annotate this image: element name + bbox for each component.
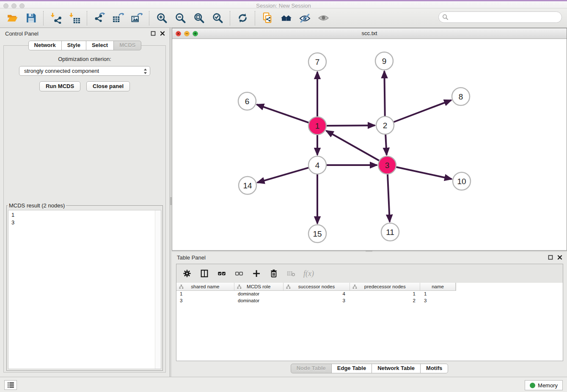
zoom-selected-icon[interactable]	[211, 12, 224, 25]
graph-node-8[interactable]: 8	[452, 88, 470, 105]
table-toolbar: f(x)	[176, 264, 563, 283]
delete-table-icon[interactable]	[286, 268, 296, 279]
graph-node-6[interactable]: 6	[238, 92, 256, 110]
graph-node-2[interactable]: 2	[376, 116, 394, 134]
window-titlebar: Session: New Session	[0, 0, 567, 8]
graph-edge-4-14[interactable]	[257, 167, 310, 182]
import-table-icon[interactable]	[68, 12, 81, 25]
tab-network[interactable]: Network	[28, 41, 62, 50]
zoom-out-icon[interactable]	[174, 12, 187, 25]
graph-edge-1-2[interactable]	[325, 125, 375, 126]
table-cell: dominator	[234, 298, 284, 304]
export-network-icon[interactable]	[93, 12, 106, 25]
table-cell: 4	[284, 291, 350, 298]
graph-node-15[interactable]: 15	[308, 225, 326, 243]
graph-edge-3-10[interactable]	[395, 167, 452, 179]
settings-gear-icon[interactable]	[182, 268, 192, 279]
close-panel-icon[interactable]	[160, 30, 165, 36]
save-floppy-icon[interactable]	[25, 12, 37, 25]
application-window: Session: New Session	[0, 0, 567, 392]
zoom-in-icon[interactable]	[155, 12, 168, 25]
select-all-checks-icon[interactable]	[217, 268, 227, 279]
table-tab-edge-table[interactable]: Edge Table	[331, 364, 372, 373]
export-image-icon[interactable]	[130, 12, 143, 25]
copy-network-icon[interactable]	[261, 12, 274, 25]
network-window-titlebar[interactable]: scc.txt	[172, 28, 567, 39]
node-label: 10	[457, 177, 466, 186]
deselect-checks-icon[interactable]	[234, 268, 244, 279]
table-tab-node-table[interactable]: Node Table	[291, 364, 332, 373]
chevron-up-down-icon	[143, 68, 147, 75]
graph-node-7[interactable]: 7	[308, 53, 326, 71]
float-panel-icon[interactable]	[548, 254, 553, 260]
mcds-result-group: MCDS result (2 nodes) 13	[6, 202, 163, 371]
table-cell: 1	[176, 291, 234, 298]
network-window: scc.txt 7968124314101511	[172, 28, 567, 251]
graph-node-11[interactable]: 11	[381, 223, 399, 241]
float-panel-icon[interactable]	[150, 30, 156, 36]
table-tab-network-table[interactable]: Network Table	[372, 364, 421, 373]
graph-edge-3-11[interactable]	[388, 173, 390, 222]
criterion-select[interactable]: strongly connected component	[19, 66, 150, 76]
network-canvas[interactable]: 7968124314101511	[172, 39, 567, 250]
column-label: name	[432, 284, 444, 289]
graph-edge-1-6[interactable]	[257, 105, 310, 123]
function-builder-icon[interactable]: f(x)	[303, 269, 314, 278]
memory-button[interactable]: Memory	[525, 380, 563, 390]
graph-node-1[interactable]: 1	[308, 117, 326, 135]
result-scrollbar[interactable]	[155, 210, 161, 369]
node-label: 4	[315, 161, 320, 170]
graph-node-10[interactable]: 10	[453, 172, 471, 190]
graph-edge-2-3[interactable]	[385, 133, 387, 155]
control-panel-tabs: NetworkStyleSelectMCDS	[0, 41, 170, 50]
mcds-panel: Optimization criterion: strongly connect…	[3, 45, 166, 373]
table-row[interactable]: 3dominator323	[176, 298, 563, 304]
table-header-row: shared nameMCDS rolesuccessor nodesprede…	[176, 283, 456, 291]
open-folder-icon[interactable]	[6, 12, 19, 25]
node-label: 15	[313, 229, 322, 238]
refresh-icon[interactable]	[236, 12, 249, 25]
graph-edge-3-1[interactable]	[326, 131, 380, 161]
node-label: 2	[383, 121, 388, 130]
close-panel-button[interactable]: Close panel	[86, 81, 130, 91]
graph-node-9[interactable]: 9	[375, 52, 393, 70]
column-header-mcds-role[interactable]: MCDS role	[234, 283, 284, 290]
graph-edge-2-8[interactable]	[393, 100, 451, 123]
column-header-predecessor-nodes[interactable]: predecessor nodes	[350, 283, 420, 290]
graph-node-3[interactable]: 3	[378, 156, 396, 174]
delete-column-icon[interactable]	[269, 268, 279, 279]
hide-eye-icon[interactable]	[298, 12, 311, 25]
show-eye-icon[interactable]	[317, 12, 330, 25]
table-cell: dominator	[234, 291, 284, 298]
add-column-icon[interactable]	[251, 268, 261, 279]
mcds-result-text[interactable]: 13	[8, 210, 154, 369]
tab-mcds[interactable]: MCDS	[113, 41, 141, 50]
graph-node-14[interactable]: 14	[239, 177, 256, 194]
table-tab-motifs[interactable]: Motifs	[420, 364, 448, 373]
zoom-fit-icon[interactable]	[193, 12, 205, 25]
column-header-successor-nodes[interactable]: successor nodes	[284, 283, 350, 290]
column-label: successor nodes	[298, 284, 335, 289]
graph-edge-2-9[interactable]	[384, 71, 385, 117]
mcds-result-box: 13	[8, 210, 161, 369]
task-history-button[interactable]	[4, 380, 17, 390]
node-label: 14	[243, 181, 252, 190]
column-header-name[interactable]: name	[420, 283, 456, 290]
close-panel-icon[interactable]	[557, 254, 563, 260]
search-input[interactable]	[438, 11, 562, 23]
graph-node-4[interactable]: 4	[308, 156, 326, 174]
hierarchy-icon	[179, 284, 184, 289]
tab-select[interactable]: Select	[86, 41, 114, 50]
table-row[interactable]: 1dominator411	[176, 291, 563, 298]
memory-label: Memory	[538, 382, 558, 389]
list-icon	[7, 382, 14, 388]
export-table-icon[interactable]	[112, 12, 124, 25]
import-network-icon[interactable]	[50, 12, 62, 25]
column-layout-icon[interactable]	[199, 268, 209, 279]
tab-style[interactable]: Style	[61, 41, 86, 50]
column-header-shared-name[interactable]: shared name	[176, 283, 234, 290]
houses-icon[interactable]	[280, 12, 292, 25]
memory-status-dot	[530, 383, 535, 388]
node-label: 8	[459, 92, 463, 101]
run-mcds-button[interactable]: Run MCDS	[39, 81, 80, 91]
